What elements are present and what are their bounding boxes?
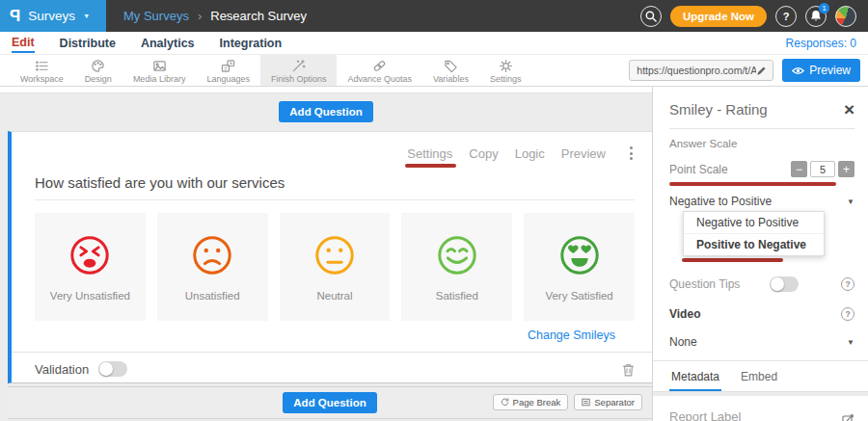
smiley-option-very-unsatisfied[interactable]: Very Unsatisfied: [35, 213, 146, 321]
option-positive-to-negative[interactable]: Positive to Negative: [684, 234, 824, 255]
add-question-button-bottom[interactable]: Add Question: [283, 392, 376, 413]
upgrade-now-button[interactable]: Upgrade Now: [670, 6, 767, 27]
red-annotation-underline-option: [682, 258, 783, 262]
red-annotation-underline-settings: [405, 164, 456, 168]
toolbar-item-settings[interactable]: Settings: [479, 55, 532, 86]
toolbar-item-variables[interactable]: Variables: [422, 55, 479, 86]
edit-in-window-icon: [842, 413, 854, 421]
kebab-menu-icon[interactable]: [626, 145, 637, 162]
palette-icon: [91, 59, 105, 73]
tag-icon: [444, 59, 458, 73]
chevron-down-icon: ▼: [847, 197, 854, 206]
question-action-logic[interactable]: Logic: [515, 146, 545, 161]
survey-url-field[interactable]: [629, 60, 773, 81]
toolbar-item-design[interactable]: Design: [74, 55, 122, 86]
separator-icon: [582, 398, 590, 407]
video-select-value: None: [669, 335, 697, 349]
validation-label: Validation: [35, 362, 89, 377]
tab-edit[interactable]: Edit: [12, 34, 35, 53]
question-card[interactable]: Settings Copy Logic Preview How satisfie…: [8, 131, 652, 383]
question-tips-label: Question Tips: [669, 277, 770, 291]
direction-select-value: Negative to Positive: [669, 195, 772, 208]
report-label-input[interactable]: [669, 409, 816, 421]
content-area: Add Question Settings Copy Logic Preview…: [0, 87, 868, 421]
svg-text:A: A: [230, 61, 232, 66]
responses-count[interactable]: Responses: 0: [786, 37, 856, 50]
survey-url-input[interactable]: [637, 65, 756, 76]
smiley-option-unsatisfied[interactable]: Unsatisfied: [157, 213, 268, 321]
panel-divider: [669, 128, 854, 129]
smiley-smile-icon: [435, 233, 479, 277]
delete-question-button[interactable]: [622, 362, 635, 377]
breadcrumb-separator: ›: [198, 9, 202, 23]
tab-analytics[interactable]: Analytics: [141, 35, 195, 52]
page-footer-band: Add Question Page Break Separator: [8, 386, 652, 419]
increase-scale-button[interactable]: +: [838, 161, 854, 177]
smiley-option-very-satisfied[interactable]: Very Satisfied: [524, 213, 635, 321]
search-button[interactable]: [640, 6, 662, 27]
question-title[interactable]: How satisfied are you with our services: [35, 174, 635, 200]
question-tips-row: Question Tips ?: [669, 276, 854, 292]
eye-icon: [792, 66, 804, 75]
red-annotation-underline-point-scale: [669, 182, 836, 186]
tab-metadata[interactable]: Metadata: [669, 361, 721, 391]
question-tips-toggle[interactable]: [770, 276, 799, 292]
toolbar-item-advance-quotas[interactable]: Advance Quotas: [337, 55, 422, 86]
question-action-copy[interactable]: Copy: [469, 146, 498, 161]
toolbar-item-media-library[interactable]: Media Library: [122, 55, 197, 86]
trash-icon: [622, 362, 635, 377]
smiley-option-neutral[interactable]: Neutral: [280, 213, 391, 321]
translate-icon: A文: [221, 59, 235, 73]
toolbar-right: Preview: [629, 55, 868, 86]
question-action-settings[interactable]: Settings: [407, 146, 452, 161]
smiley-option-satisfied[interactable]: Satisfied: [401, 213, 512, 321]
tab-integration[interactable]: Integration: [220, 35, 283, 52]
product-switcher[interactable]: P Surveys ▼: [0, 0, 106, 32]
direction-select[interactable]: Negative to Positive ▼: [669, 195, 854, 208]
point-scale-stepper: − 5 +: [791, 161, 854, 177]
video-label: Video: [669, 307, 700, 321]
toolbar-item-finish-options[interactable]: Finish Options: [260, 55, 338, 86]
topbar-actions: Upgrade Now ? 1: [640, 6, 868, 27]
help-button[interactable]: ?: [775, 6, 797, 27]
survey-canvas: Add Question Settings Copy Logic Preview…: [0, 87, 652, 421]
search-icon: [645, 11, 657, 22]
add-question-button-top[interactable]: Add Question: [279, 101, 372, 122]
validation-toggle[interactable]: [98, 361, 127, 377]
smiley-scale: Very Unsatisfied Unsatisfied: [35, 213, 635, 321]
preview-button[interactable]: Preview: [782, 59, 860, 82]
notifications-button[interactable]: 1: [805, 6, 827, 27]
page-break-button[interactable]: Page Break: [493, 394, 569, 410]
chain-links-icon: [372, 59, 387, 73]
direction-dropdown-menu: Negative to Positive Positive to Negativ…: [683, 211, 825, 256]
breadcrumb-my-surveys[interactable]: My Surveys: [123, 9, 189, 23]
video-select[interactable]: None ▼: [669, 335, 854, 349]
edit-pencil-icon[interactable]: [756, 66, 767, 76]
report-label-row: [669, 409, 854, 421]
help-icon[interactable]: ?: [841, 307, 854, 321]
workspace-list-icon: [35, 59, 49, 73]
point-scale-value[interactable]: 5: [810, 161, 835, 177]
option-negative-to-positive[interactable]: Negative to Positive: [684, 212, 824, 234]
decrease-scale-button[interactable]: −: [791, 161, 807, 177]
toolbar-item-languages[interactable]: A文 Languages: [196, 55, 260, 86]
tab-distribute[interactable]: Distribute: [60, 35, 116, 52]
question-action-preview[interactable]: Preview: [561, 146, 606, 161]
help-icon[interactable]: ?: [841, 277, 854, 291]
question-mark-icon: ?: [783, 11, 790, 22]
change-smileys-link[interactable]: Change Smileys: [12, 329, 615, 342]
smiley-frown-icon: [190, 233, 234, 277]
tab-embed[interactable]: Embed: [739, 361, 779, 391]
close-panel-icon[interactable]: ×: [844, 103, 854, 117]
magic-wand-icon: [291, 59, 306, 73]
panel-tabs: Metadata Embed: [653, 360, 868, 392]
user-avatar[interactable]: [835, 6, 856, 27]
open-editor-button[interactable]: [842, 413, 854, 421]
breadcrumb-current-survey: Research Survey: [210, 9, 307, 23]
gear-icon: [499, 59, 513, 73]
top-bar: P Surveys ▼ My Surveys › Research Survey…: [0, 0, 868, 32]
separator-button[interactable]: Separator: [574, 394, 642, 410]
question-actions: Settings Copy Logic Preview: [407, 145, 637, 162]
toolbar-item-workspace[interactable]: Workspace: [10, 55, 74, 86]
panel-title: Smiley - Rating: [669, 101, 768, 118]
